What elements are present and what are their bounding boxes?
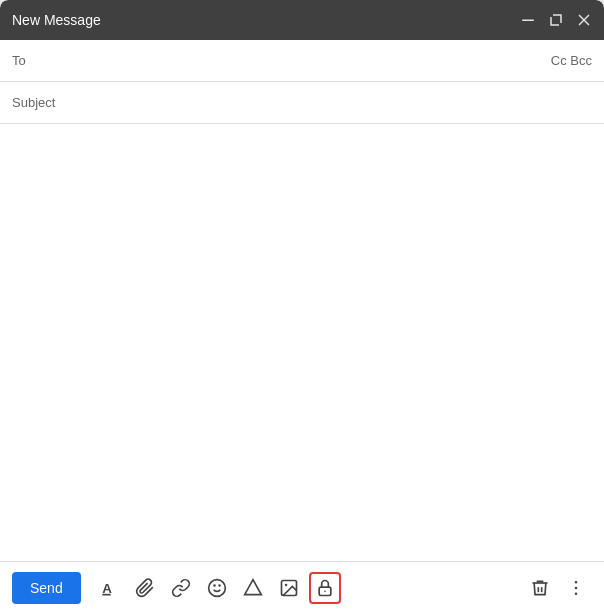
cc-bcc-button[interactable]: Cc Bcc (551, 53, 592, 68)
svg-point-13 (575, 580, 578, 583)
expand-button[interactable] (548, 12, 564, 28)
svg-marker-8 (244, 579, 261, 594)
confidential-button[interactable] (309, 572, 341, 604)
window-title: New Message (12, 12, 101, 28)
body-area (0, 124, 604, 561)
emoji-button[interactable] (201, 572, 233, 604)
close-button[interactable] (576, 12, 592, 28)
link-button[interactable] (165, 572, 197, 604)
send-button[interactable]: Send (12, 572, 81, 604)
toolbar: Send A (0, 561, 604, 613)
svg-point-15 (575, 592, 578, 595)
to-row: To Cc Bcc (0, 40, 604, 82)
photo-button[interactable] (273, 572, 305, 604)
svg-rect-0 (522, 20, 534, 22)
to-label: To (12, 53, 36, 68)
svg-text:A: A (102, 581, 112, 596)
formatting-button[interactable]: A (93, 572, 125, 604)
body-input[interactable] (12, 132, 592, 553)
subject-input[interactable] (12, 95, 592, 110)
svg-point-12 (324, 590, 326, 592)
svg-point-10 (285, 583, 288, 586)
svg-point-5 (208, 579, 225, 596)
to-input[interactable] (36, 53, 551, 68)
discard-button[interactable] (524, 572, 556, 604)
title-bar: New Message (0, 0, 604, 40)
more-options-button[interactable] (560, 572, 592, 604)
window-controls (520, 12, 592, 28)
minimize-button[interactable] (520, 12, 536, 28)
svg-point-14 (575, 586, 578, 589)
attach-button[interactable] (129, 572, 161, 604)
compose-window: New Message To C (0, 0, 604, 613)
subject-row (0, 82, 604, 124)
drive-button[interactable] (237, 572, 269, 604)
